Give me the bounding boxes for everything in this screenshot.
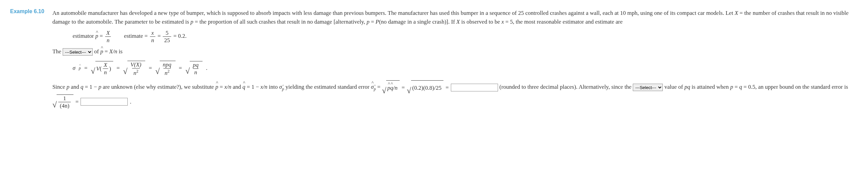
p3-3: = 1 − [83, 84, 98, 90]
pq-top: pq [191, 62, 200, 68]
eq-3: = [103, 48, 109, 55]
estimate-label: estimate = [124, 33, 149, 39]
rp: p [387, 81, 390, 94]
intro-text-3: = the proportion of all such crashes tha… [193, 19, 367, 25]
intro-text-5: (no damage in a single crash)]. If [379, 19, 456, 25]
final-period: . [130, 95, 131, 108]
p3-14: = [733, 84, 739, 90]
sqrt-VX-n2: √ V(X) n2 [123, 61, 145, 76]
p3-p: p [66, 84, 69, 90]
p3-phat: p [215, 80, 218, 93]
var-p: p [190, 19, 193, 25]
p3-q2: q [739, 84, 742, 90]
frac-num-x: x [150, 30, 155, 36]
eq-2: = [157, 33, 162, 39]
period-1: . [206, 64, 207, 73]
frac-num-X: X [105, 30, 111, 36]
intro-eq: = [369, 19, 375, 25]
sigma-sub-phat: p [79, 65, 81, 71]
intro-text-1: An automobile manufacturer has developed… [52, 10, 735, 16]
intro-text-7: = 5, the most reasonable estimator and e… [504, 19, 622, 25]
p-hat: p [95, 32, 98, 40]
four-n: (4n) [58, 102, 70, 109]
den-25: 25 [163, 36, 171, 43]
p3-9: yielding the estimated standard error [284, 84, 371, 90]
frac-X-n: X n [105, 30, 111, 43]
frac-x-n: x n [150, 30, 156, 43]
num-5: 5 [164, 30, 170, 36]
p-hat-2: p [100, 47, 103, 56]
one-top: 1 [62, 95, 67, 102]
select-property[interactable]: ---Select--- [63, 48, 93, 56]
p3-qhat: q [243, 80, 246, 93]
eq-s3: = [149, 64, 152, 73]
std-error-input[interactable] [451, 84, 498, 91]
p3-7: = 1 − [245, 84, 260, 90]
expr-Xn: X/n [109, 48, 117, 55]
var-P: P [376, 19, 379, 25]
intro-text-6: is observed to be [460, 19, 501, 25]
p3-12: value of [664, 84, 684, 90]
p3-13: is attained when [690, 84, 730, 90]
p3-15: = 0.5, an upper bound on the standard er… [742, 84, 848, 90]
VX-top: V(X) [129, 62, 143, 68]
eq-s2: = [117, 64, 120, 73]
line-the-select: The ---Select--- of p = X/n is [52, 47, 858, 56]
sigma-sym: σ [72, 64, 75, 73]
V-1: V [96, 64, 100, 73]
var-X: X [735, 10, 738, 16]
select-max-min[interactable]: ---Select--- [633, 84, 663, 91]
VX-den: n [103, 68, 108, 75]
estimator-label: estimator [72, 33, 95, 39]
p3-11: (rounded to three decimal places). Alter… [499, 84, 633, 90]
intro-paragraph: An automobile manufacturer has developed… [52, 9, 858, 26]
sigma-derivation: σp = √ V(Xn) = √ V(X) n2 = [72, 61, 858, 76]
p3-p3: p [730, 84, 733, 90]
rq: q [390, 81, 393, 94]
of-text: of [94, 48, 100, 55]
frac-den-n-2: n [150, 36, 156, 43]
sqrt-npq-n2: √ npq n2 [155, 61, 176, 76]
frac-den-n: n [105, 36, 111, 43]
sqrt-phat-qhat-n: √ pq/n [382, 80, 399, 94]
sqrt-V-Xn: √ V(Xn) [91, 61, 113, 75]
var-X-2: X [456, 19, 460, 25]
frac-5-25: 5 25 [163, 30, 171, 43]
p3-10: = [376, 84, 382, 90]
p3-sub2: p [374, 84, 376, 94]
VX-num: X [102, 62, 108, 68]
example-label: Example 6.10 [10, 7, 44, 16]
rn: /n [393, 81, 397, 94]
n2-1: n [133, 69, 136, 76]
eq-s1: = [84, 64, 88, 73]
eq-p3: = [75, 95, 79, 108]
p3-sigmahat: σ [371, 80, 374, 93]
sqrt-pq-n: √ pq n [185, 61, 203, 75]
eq-1: = [98, 33, 104, 39]
p3-sigma: σ [279, 84, 282, 90]
pq-den: n [193, 68, 199, 75]
p3-2: and [69, 84, 81, 90]
root-num-val: (0.2)(0.8)/25 [411, 80, 443, 94]
val-0.2: = 0.2. [173, 33, 186, 39]
eq-p2: = [445, 81, 449, 94]
p3-1: Since [52, 84, 66, 90]
upper-bound-input[interactable] [81, 98, 128, 106]
p3-8: into [268, 84, 279, 90]
p3-6: and [231, 84, 243, 90]
final-paragraph: Since p and q = 1 − p are unknown (else … [52, 80, 858, 109]
p3-xn: x/n [224, 84, 231, 90]
p3-p2: p [98, 84, 101, 90]
n2-2: n [165, 69, 168, 76]
sqrt-plugged: √ (0.2)(0.8)/25 [407, 80, 443, 94]
problem-body: An automobile manufacturer has developed… [52, 7, 858, 111]
sqrt-1-4n: √ 1 (4n) [52, 94, 73, 109]
estimator-formula: estimator p = X n estimate = x n = 5 25 … [72, 30, 858, 43]
p3-5: = [218, 84, 224, 90]
p3-4: are unknown (else why estimate?), we sub… [101, 84, 216, 90]
p3-xn2: x/n [260, 84, 268, 90]
p3-sub: p [282, 84, 284, 94]
the-text: The [52, 48, 63, 55]
eq-p1: = [402, 81, 405, 94]
p3-pq: pq [684, 84, 690, 90]
